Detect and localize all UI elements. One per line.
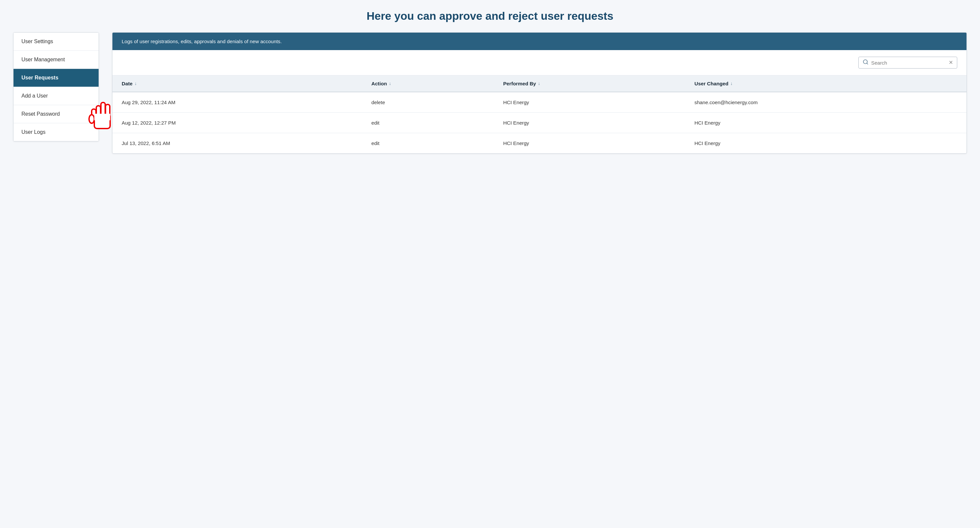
table-row: Jul 13, 2022, 6:51 AMeditHCI EnergyHCI E… [113, 133, 966, 154]
col-header-action[interactable]: Action ↓ [362, 76, 494, 92]
panel-header: Logs of user registrations, edits, appro… [113, 33, 966, 50]
cell-action-0: delete [362, 92, 494, 113]
page-title: Here you can approve and reject user req… [13, 10, 967, 22]
search-input[interactable] [871, 60, 946, 66]
sidebar: User Settings User Management User Reque… [13, 32, 99, 141]
panel-toolbar: ✕ [113, 50, 966, 76]
cell-date-1: Aug 12, 2022, 12:27 PM [113, 113, 362, 133]
search-clear-button[interactable]: ✕ [949, 60, 953, 65]
cell-action-1: edit [362, 113, 494, 133]
main-panel: Logs of user registrations, edits, appro… [112, 32, 967, 154]
cell-performed_by-1: HCI Energy [494, 113, 685, 133]
svg-rect-2 [105, 105, 110, 116]
sidebar-item-user-settings[interactable]: User Settings [14, 33, 99, 51]
cell-performed_by-0: HCI Energy [494, 92, 685, 113]
sidebar-item-add-a-user[interactable]: Add a User [14, 87, 99, 105]
cell-user_changed-1: HCI Energy [685, 113, 966, 133]
svg-rect-1 [101, 103, 105, 116]
sort-arrow-date: ↓ [135, 81, 137, 86]
col-header-performed-by[interactable]: Performed By ↓ [494, 76, 685, 92]
sidebar-item-user-logs[interactable]: User Logs [14, 123, 99, 141]
search-icon [862, 59, 869, 66]
svg-line-8 [867, 63, 867, 64]
col-header-date[interactable]: Date ↓ [113, 76, 362, 92]
logs-table: Date ↓ Action ↓ Performe [113, 76, 966, 153]
table-row: Aug 29, 2022, 11:24 AMdeleteHCI Energysh… [113, 92, 966, 113]
sidebar-item-reset-password[interactable]: Reset Password [14, 105, 99, 123]
sort-arrow-performed-by: ↓ [538, 81, 541, 86]
sidebar-item-user-management[interactable]: User Management [14, 51, 99, 69]
sort-arrow-action: ↓ [389, 81, 391, 86]
cell-performed_by-2: HCI Energy [494, 133, 685, 154]
cell-user_changed-2: HCI Energy [685, 133, 966, 154]
col-header-user-changed[interactable]: User Changed ↓ [685, 76, 966, 92]
sidebar-item-user-requests[interactable]: User Requests [14, 69, 99, 87]
table-row: Aug 12, 2022, 12:27 PMeditHCI EnergyHCI … [113, 113, 966, 133]
sort-arrow-user-changed: ↓ [730, 81, 733, 86]
cell-date-0: Aug 29, 2022, 11:24 AM [113, 92, 362, 113]
cell-user_changed-0: shane.coen@hcienergy.com [685, 92, 966, 113]
table-header-row: Date ↓ Action ↓ Performe [113, 76, 966, 92]
cell-date-2: Jul 13, 2022, 6:51 AM [113, 133, 362, 154]
cell-action-2: edit [362, 133, 494, 154]
search-wrapper: ✕ [858, 57, 957, 68]
